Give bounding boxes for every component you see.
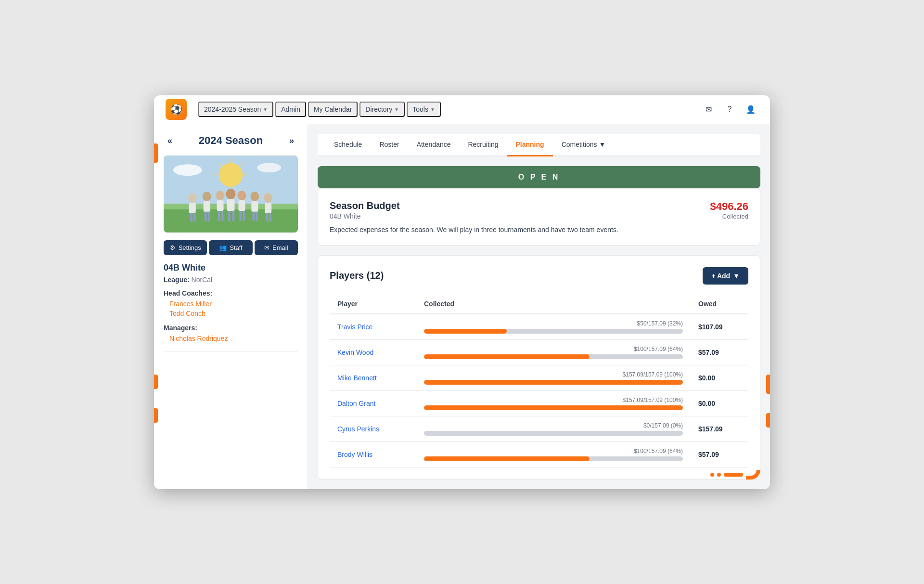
progress-bar-background <box>424 329 683 334</box>
season-title: 2024 Season <box>199 134 263 147</box>
email-icon-button[interactable]: ✉ <box>701 102 716 117</box>
players-title: Players (12) <box>330 270 384 281</box>
svg-rect-37 <box>266 213 268 221</box>
svg-point-31 <box>250 192 259 201</box>
open-status-banner: O P E N <box>318 166 760 188</box>
progress-bar-fill <box>424 380 683 385</box>
main-layout: « 2024 Season » <box>154 124 770 489</box>
collected-cell: $157.09/157.09 (100%) <box>416 365 691 390</box>
tab-attendance[interactable]: Attendance <box>408 134 460 156</box>
tab-planning[interactable]: Planning <box>507 134 553 156</box>
admin-nav-label: Admin <box>281 105 300 113</box>
action-buttons: ⚙ Settings 👥 Staff ✉ Email <box>164 240 298 255</box>
progress-bar-fill <box>424 329 507 334</box>
progress-label: $50/157.09 (32%) <box>424 320 683 327</box>
tab-recruiting[interactable]: Recruiting <box>459 134 507 156</box>
svg-rect-18 <box>208 211 210 221</box>
team-name: 04B White <box>164 263 298 273</box>
prev-season-button[interactable]: « <box>164 134 176 148</box>
tools-nav-label: Tools <box>412 105 428 113</box>
player-cell: Kevin Wood <box>330 339 416 365</box>
progress-bar-background <box>424 354 683 359</box>
coach-todd-link[interactable]: Todd Conch <box>164 309 298 318</box>
directory-nav-button[interactable]: Directory ▼ <box>359 102 405 117</box>
table-header: Player Collected Owed <box>330 294 748 314</box>
collected-cell: $157.09/157.09 (100%) <box>416 390 691 416</box>
progress-label: $157.09/157.09 (100%) <box>424 397 683 403</box>
tools-nav-button[interactable]: Tools ▼ <box>407 102 441 117</box>
progress-bar-fill <box>424 405 683 410</box>
player-link-0[interactable]: Travis Price <box>337 323 372 331</box>
team-photo <box>164 156 298 233</box>
svg-rect-12 <box>189 202 196 213</box>
player-cell: Dalton Grant <box>330 390 416 416</box>
svg-rect-22 <box>221 210 224 221</box>
table-row: Travis Price$50/157.09 (32%)$107.09 <box>330 314 748 340</box>
tab-competitions[interactable]: Cometitions ▼ <box>553 134 615 156</box>
add-player-button[interactable]: + Add ▼ <box>703 267 748 285</box>
player-cell: Mike Bennett <box>330 365 416 390</box>
budget-info: Season Budget 04B White <box>330 200 400 220</box>
player-link-5[interactable]: Brody Willis <box>337 451 372 458</box>
my-calendar-nav-label: My Calendar <box>314 105 352 113</box>
player-link-2[interactable]: Mike Bennett <box>337 374 377 382</box>
budget-description: Expected expenses for the season. We wil… <box>330 226 748 234</box>
collected-cell: $0/157.09 (0%) <box>416 416 691 441</box>
help-icon-button[interactable]: ? <box>722 102 737 117</box>
app-logo: ⚽ <box>166 99 187 120</box>
next-season-button[interactable]: » <box>285 134 298 148</box>
sidebar-divider <box>164 351 298 351</box>
tab-schedule[interactable]: Schedule <box>325 134 371 156</box>
email-button[interactable]: ✉ Email <box>255 240 298 255</box>
add-chevron-icon: ▼ <box>733 272 740 280</box>
table-row: Kevin Wood$100/157.09 (64%)$57.09 <box>330 339 748 365</box>
budget-header: Season Budget 04B White $496.26 Collecte… <box>330 200 748 220</box>
player-cell: Cyrus Perkins <box>330 416 416 441</box>
staff-button[interactable]: 👥 Staff <box>209 240 252 255</box>
col-header-collected: Collected <box>416 294 691 314</box>
competitions-chevron-icon: ▼ <box>599 141 606 148</box>
svg-point-23 <box>226 189 236 199</box>
svg-rect-33 <box>252 211 255 221</box>
coach-frances-link[interactable]: Frances Miller <box>164 299 298 309</box>
top-navigation: ⚽ 2024-2025 Season ▼ Admin My Calendar D… <box>154 95 770 124</box>
manager-nicholas-link[interactable]: Nicholas Rodriquez <box>164 334 298 343</box>
svg-point-10 <box>257 163 281 172</box>
svg-rect-20 <box>217 200 224 210</box>
svg-rect-38 <box>269 213 271 221</box>
user-profile-button[interactable]: 👤 <box>743 102 758 117</box>
svg-point-1 <box>219 163 243 187</box>
budget-collected: $496.26 Collected <box>710 200 748 220</box>
budget-card: Season Budget 04B White $496.26 Collecte… <box>318 188 760 246</box>
svg-point-11 <box>188 193 197 203</box>
tab-roster[interactable]: Roster <box>371 134 408 156</box>
player-cell: Travis Price <box>330 314 416 340</box>
content-area: Schedule Roster Attendance Recruiting Pl… <box>308 124 770 489</box>
admin-nav-button[interactable]: Admin <box>275 102 306 117</box>
svg-point-15 <box>203 192 211 201</box>
table-row: Dalton Grant$157.09/157.09 (100%)$0.00 <box>330 390 748 416</box>
svg-rect-17 <box>205 211 207 221</box>
progress-bar-background <box>424 405 683 410</box>
progress-label: $157.09/157.09 (100%) <box>424 371 683 378</box>
settings-button[interactable]: ⚙ Settings <box>164 240 207 255</box>
budget-title: Season Budget <box>330 200 400 211</box>
season-nav-button[interactable]: 2024-2025 Season ▼ <box>198 102 273 117</box>
season-nav-label: 2024-2025 Season <box>204 105 261 113</box>
head-coaches-label: Head Coaches: <box>164 289 298 297</box>
players-table: Player Collected Owed Travis Price$50/15… <box>330 294 748 467</box>
progress-bar-background <box>424 380 683 385</box>
player-link-3[interactable]: Dalton Grant <box>337 400 375 407</box>
table-row: Mike Bennett$157.09/157.09 (100%)$0.00 <box>330 365 748 390</box>
player-link-4[interactable]: Cyrus Perkins <box>337 425 379 433</box>
managers-label: Managers: <box>164 324 298 332</box>
league-info: League: NorCal <box>164 276 298 284</box>
directory-chevron-icon: ▼ <box>394 107 399 112</box>
svg-rect-32 <box>251 201 258 211</box>
owed-cell: $57.09 <box>691 339 748 365</box>
my-calendar-nav-button[interactable]: My Calendar <box>308 102 358 117</box>
svg-rect-26 <box>232 210 234 221</box>
budget-amount: $496.26 <box>710 200 748 213</box>
player-link-1[interactable]: Kevin Wood <box>337 349 373 356</box>
svg-point-35 <box>264 193 272 203</box>
